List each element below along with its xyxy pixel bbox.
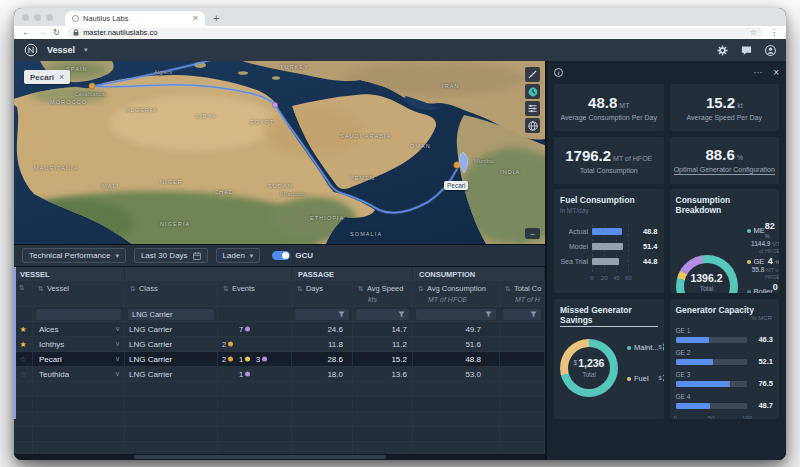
empty-cell [33, 382, 125, 396]
user-account-icon[interactable] [765, 45, 776, 56]
favorite-star-icon[interactable]: ☆ [14, 367, 33, 381]
header-avg-consumption[interactable]: ⇅Avg ConsumptionMT of HFOE [413, 281, 500, 306]
map-measure-tool-button[interactable] [525, 67, 540, 82]
capacity-bar-fill [676, 359, 713, 365]
date-range-value: Last 30 Days [141, 251, 188, 260]
map-layers-tool-button[interactable] [525, 101, 540, 116]
row-expand-chevron-icon[interactable]: ∨ [115, 370, 120, 378]
tab-favicon-icon [72, 15, 79, 22]
back-button[interactable]: ← [22, 28, 31, 37]
header-days[interactable]: ⇅Days [292, 281, 353, 306]
panel-close-icon[interactable]: × [773, 68, 779, 78]
map-label-mali: MALI [102, 183, 119, 189]
left-column: SPAINMOROCCOALGERIALIBYAEGYPTMAURITANIAM… [14, 61, 545, 460]
browser-tab[interactable]: Nautilus Labs × [65, 11, 205, 26]
horizontal-scroll-thumb[interactable] [134, 455, 386, 459]
header-total-consumption[interactable]: ⇅Total CoMT of H [500, 281, 545, 306]
header-star[interactable]: ⇅ [14, 281, 33, 306]
map-collapse-button[interactable]: – [525, 228, 540, 239]
savings-chart-title[interactable]: Missed Generator Savings [560, 305, 658, 327]
capacity-bar-value: 48.7 [747, 401, 773, 410]
sort-icon[interactable]: ⇅ [358, 285, 364, 293]
map-filter-chip[interactable]: Pecari × [24, 70, 70, 84]
table-row[interactable]: ★Ichthys∨LNG Carrier211.811.251.6 [14, 337, 545, 352]
filter-avg-speed[interactable] [353, 307, 413, 321]
filter-days[interactable] [292, 307, 353, 321]
funnel-icon[interactable] [530, 311, 537, 318]
settings-gear-icon[interactable] [717, 45, 728, 56]
capacity-chart-title: Generator Capacity [676, 305, 774, 315]
info-icon[interactable]: i [554, 68, 563, 77]
funnel-icon[interactable] [338, 311, 345, 318]
days-filter-input[interactable] [295, 309, 349, 320]
sort-icon[interactable]: ⇅ [505, 285, 511, 293]
funnel-icon[interactable] [485, 311, 492, 318]
savings-legend-item: Fuel$35829 % [627, 374, 664, 393]
avg-consumption-filter-input[interactable] [416, 309, 496, 320]
optimal-generator-link[interactable]: Optimal Generator Configuration [674, 166, 775, 175]
row-expand-chevron-icon[interactable]: ∨ [115, 355, 120, 363]
favorite-star-icon[interactable]: ★ [14, 322, 33, 336]
total-consumption-filter-input[interactable] [503, 309, 541, 320]
tab-close-icon[interactable]: × [193, 14, 198, 23]
vessel-menu[interactable]: Vessel [47, 45, 75, 55]
class-filter-input[interactable]: LNG Carrier [128, 309, 214, 320]
empty-cell [125, 412, 218, 426]
address-bar[interactable]: master.nautiluslabs.co ☆ [67, 28, 763, 38]
map-view[interactable]: SPAINMOROCCOALGERIALIBYAEGYPTMAURITANIAM… [14, 61, 545, 244]
window-zoom-button[interactable] [46, 14, 53, 21]
table-row[interactable]: ☆Teuthida∨LNG Carrier118.013.653.0 [14, 367, 545, 382]
route-event-dot-port-said[interactable] [272, 102, 277, 107]
filter-vessel[interactable] [33, 307, 125, 321]
funnel-icon[interactable] [398, 311, 405, 318]
table-horizontal-scrollbar[interactable] [14, 454, 545, 460]
map-history-tool-button[interactable] [525, 84, 540, 99]
table-row[interactable]: ☆Pecari∨LNG Carrier21328.615.248.8 [14, 352, 545, 367]
favorite-star-icon[interactable]: ☆ [14, 352, 33, 366]
breakdown-donut-chart[interactable]: 1396.2 Total MT of HFOE [676, 255, 738, 293]
window-minimize-button[interactable] [34, 14, 41, 21]
route-port-dot-gibraltar[interactable] [89, 83, 95, 89]
sort-icon[interactable]: ⇅ [223, 285, 229, 293]
table-vertical-scrollbar[interactable] [14, 267, 16, 419]
gcu-toggle[interactable] [272, 251, 290, 260]
window-controls[interactable] [22, 14, 53, 21]
header-vessel[interactable]: ⇅Vessel [33, 281, 125, 306]
feedback-chat-icon[interactable] [741, 45, 752, 56]
sort-icon[interactable]: ⇅ [418, 285, 424, 293]
vessel-menu-caret-icon[interactable]: ▾ [84, 46, 88, 54]
event-count: 2 [222, 340, 226, 349]
favorite-star-icon[interactable]: ★ [14, 337, 33, 351]
reload-button[interactable]: ↻ [53, 28, 60, 37]
chip-remove-icon[interactable]: × [59, 72, 64, 82]
capacity-bar-fill [676, 337, 709, 343]
header-class[interactable]: ⇅Class [125, 281, 218, 306]
new-tab-button[interactable]: + [213, 13, 219, 24]
sort-icon[interactable]: ⇅ [297, 285, 303, 293]
date-range-picker[interactable]: Last 30 Days [134, 248, 208, 263]
header-avg-speed[interactable]: ⇅Avg Speedkts [353, 281, 413, 306]
filter-avg-consumption[interactable] [413, 307, 500, 321]
row-expand-chevron-icon[interactable]: ∨ [115, 340, 120, 348]
laden-dropdown[interactable]: Laden ▾ [216, 248, 261, 263]
nautilus-logo-icon[interactable] [24, 43, 38, 57]
map-basemap-globe-button[interactable] [525, 118, 540, 133]
performance-dropdown-value: Technical Performance [29, 251, 110, 260]
sort-icon[interactable]: ⇅ [38, 285, 44, 293]
browser-menu-icon[interactable]: ⋮ [770, 28, 778, 37]
filter-total-consumption[interactable] [500, 307, 545, 321]
header-events[interactable]: ⇅Events [218, 281, 292, 306]
bookmark-star-icon[interactable]: ☆ [750, 28, 757, 37]
forward-button[interactable]: → [38, 28, 47, 37]
vessel-filter-input[interactable] [36, 309, 121, 320]
avg-speed-cell: 15.2 [353, 352, 413, 366]
window-close-button[interactable] [22, 14, 29, 21]
savings-donut-chart[interactable]: $1,236 Total [560, 339, 618, 397]
table-row[interactable]: ★Alces∨LNG Carrier724.614.749.7 [14, 322, 545, 337]
sort-icon[interactable]: ⇅ [130, 285, 136, 293]
avg-speed-filter-input[interactable] [356, 309, 409, 320]
row-expand-chevron-icon[interactable]: ∨ [115, 325, 120, 333]
performance-dropdown[interactable]: Technical Performance ▾ [22, 248, 126, 263]
filter-class[interactable]: LNG Carrier [125, 307, 218, 321]
sort-icon[interactable]: ⇅ [19, 284, 25, 292]
